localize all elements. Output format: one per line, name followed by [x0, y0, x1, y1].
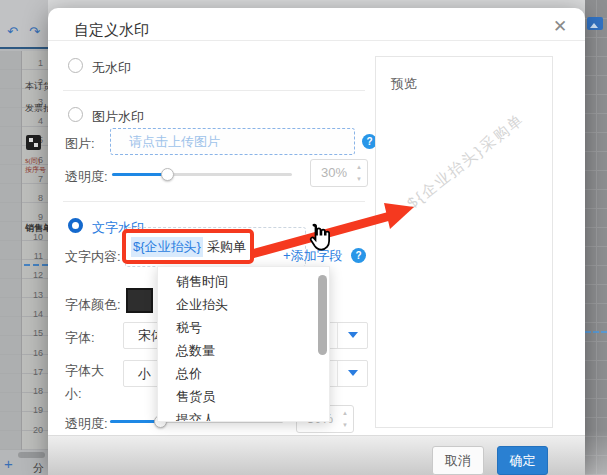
- annotation-red-box: ${企业抬头} 采购单: [122, 229, 254, 264]
- spinner-down-icon[interactable]: ▼: [342, 422, 348, 428]
- radio-no-watermark[interactable]: [68, 58, 83, 73]
- font-label: 字体:: [65, 329, 95, 347]
- grid-line: [596, 0, 597, 475]
- radio-text-watermark[interactable]: [68, 218, 83, 233]
- background-spreadsheet-right: [585, 0, 607, 475]
- text-content-value: 采购单: [207, 238, 246, 256]
- confirm-button[interactable]: 确定: [497, 446, 548, 475]
- dropdown-item[interactable]: 售货员: [158, 385, 329, 408]
- image-icon[interactable]: [587, 17, 603, 30]
- dropdown-item[interactable]: 提交人: [158, 408, 329, 422]
- opacity-value: 30%: [321, 160, 347, 186]
- close-icon[interactable]: ✕: [548, 15, 572, 39]
- spinner-up-icon[interactable]: ▲: [342, 410, 348, 416]
- dropdown-item[interactable]: 企业抬头: [158, 293, 329, 316]
- custom-watermark-dialog: 自定义水印 ✕ 无水印 图片水印 图片: 请点击上传图片 ? 透明度: 30% …: [48, 8, 585, 475]
- field-dropdown: 销售时间企业抬头税号总数量总价售货员提交人提交时间: [157, 266, 330, 422]
- background-spreadsheet-left: ↶ ↷ 1234567891011121314151617181920 本订货 …: [0, 0, 48, 475]
- cancel-button[interactable]: 取消: [432, 446, 484, 475]
- opacity-label: 透明度:: [65, 168, 108, 186]
- opacity-slider-fill: [110, 420, 160, 423]
- chevron-down-icon: [348, 332, 358, 338]
- font-size-label: 小:: [65, 385, 82, 403]
- dropdown-item[interactable]: 总数量: [158, 339, 329, 362]
- opacity-value-input[interactable]: 30% ▲ ▼: [310, 159, 368, 187]
- dropdown-item[interactable]: 销售时间: [158, 270, 329, 293]
- page-break-line: [585, 331, 607, 333]
- field-token-chip[interactable]: ${企业抬头}: [131, 237, 203, 257]
- spinner-up-icon[interactable]: ▲: [356, 164, 362, 170]
- screen: ↶ ↷ 1234567891011121314151617181920 本订货 …: [0, 0, 607, 475]
- spinner-down-icon[interactable]: ▼: [356, 176, 362, 182]
- radio-image-watermark-label: 图片水印: [92, 108, 144, 126]
- divider: [63, 90, 365, 91]
- dialog-footer: 取消 确定: [48, 435, 585, 475]
- font-color-label: 字体颜色:: [65, 296, 121, 314]
- dropdown-scrollbar[interactable]: [318, 275, 327, 355]
- add-field-link[interactable]: +添加字段: [283, 247, 343, 265]
- font-color-swatch[interactable]: [126, 288, 153, 313]
- opacity-slider-fill: [112, 173, 167, 176]
- dropdown-item[interactable]: 税号: [158, 316, 329, 339]
- upload-placeholder: 请点击上传图片: [129, 129, 220, 154]
- help-icon[interactable]: ?: [351, 248, 366, 263]
- font-size-select-value: 小: [138, 361, 151, 386]
- opacity-slider-handle[interactable]: [161, 168, 174, 181]
- radio-image-watermark[interactable]: [68, 107, 83, 122]
- opacity-label: 透明度:: [65, 415, 108, 433]
- modal-dim-overlay: [0, 0, 48, 475]
- font-size-label: 字体大: [65, 362, 104, 380]
- dialog-title: 自定义水印: [74, 21, 149, 40]
- watermark-preview-text: ${企业抬头}采购单: [377, 89, 554, 233]
- select-arrow-zone[interactable]: [337, 323, 367, 348]
- preview-label: 预览: [391, 75, 417, 93]
- fade: [585, 430, 607, 475]
- divider: [63, 201, 365, 202]
- radio-no-watermark-label: 无水印: [92, 59, 131, 77]
- select-arrow-zone[interactable]: [337, 361, 367, 386]
- chevron-down-icon: [348, 370, 358, 376]
- upload-image-input[interactable]: 请点击上传图片: [110, 128, 355, 155]
- text-content-label: 文字内容:: [65, 248, 121, 266]
- divider: [48, 40, 585, 41]
- field-dropdown-list: 销售时间企业抬头税号总数量总价售货员提交人提交时间: [158, 270, 329, 422]
- dropdown-item[interactable]: 总价: [158, 362, 329, 385]
- watermark-preview-panel: 预览 ${企业抬头}采购单: [375, 56, 553, 428]
- image-label: 图片:: [65, 135, 95, 153]
